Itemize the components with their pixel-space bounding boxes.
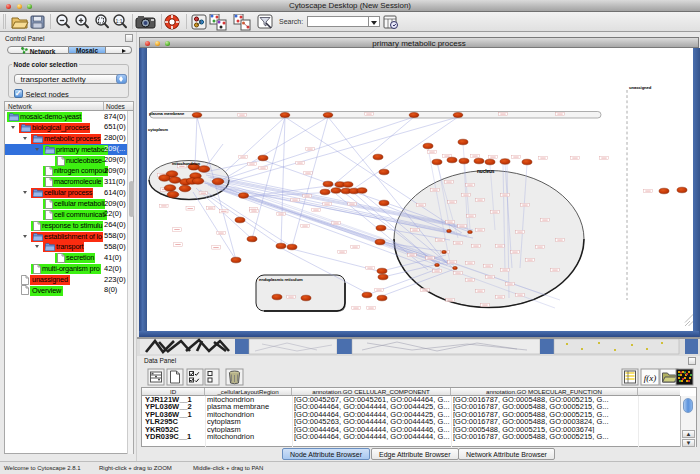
svg-text:f(x): f(x) <box>644 373 657 383</box>
svg-text:1:1: 1:1 <box>116 18 123 24</box>
svg-text:plasma membrane: plasma membrane <box>149 111 185 116</box>
svg-text:mitochondrion: mitochondrion <box>172 161 201 166</box>
svg-text:endoplasmic reticulum: endoplasmic reticulum <box>259 277 303 282</box>
svg-text:nucleus: nucleus <box>477 169 495 174</box>
svg-text:cytoplasm: cytoplasm <box>148 127 168 132</box>
svg-text:unassigned: unassigned <box>629 85 652 90</box>
